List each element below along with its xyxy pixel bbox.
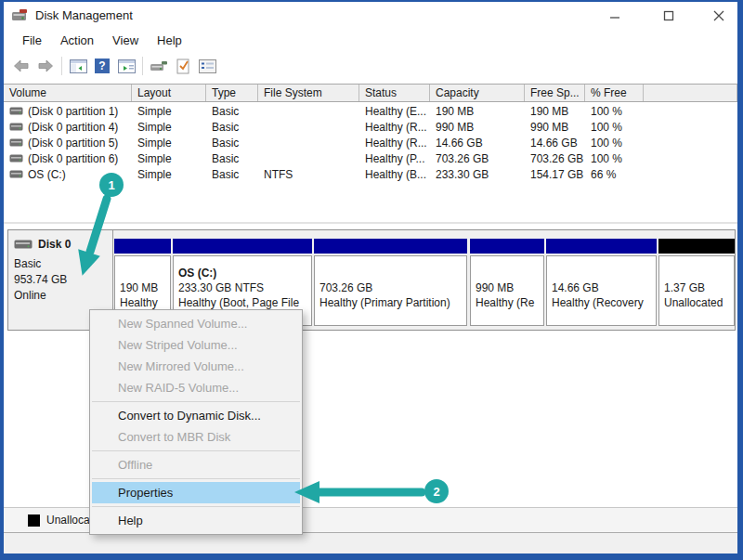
column-volume[interactable]: Volume <box>4 85 132 101</box>
column-free-space[interactable]: Free Sp... <box>525 85 585 101</box>
partition-status: Unallocated <box>664 295 729 310</box>
maximize-button[interactable] <box>653 6 684 26</box>
partition-size: 990 MB <box>476 280 539 295</box>
menu-item-convert-to-dynamic-disk[interactable]: Convert to Dynamic Disk... <box>90 405 302 426</box>
cell-type: Basic <box>206 121 258 134</box>
cell-free-space: 703.26 GB <box>525 152 585 165</box>
cell-volume: (Disk 0 partition 4) <box>28 121 118 134</box>
partition-block-5[interactable]: 14.66 GB Healthy (Recovery <box>546 239 657 328</box>
cell-capacity: 233.30 GB <box>430 168 525 181</box>
toolbar: ? <box>4 52 737 80</box>
close-button[interactable] <box>703 6 735 26</box>
disk-kind: Basic <box>14 257 107 270</box>
menu-bar: File Action View Help <box>4 28 737 52</box>
menu-item-properties[interactable]: Properties <box>92 482 300 503</box>
toolbar-separator <box>142 57 143 75</box>
partition-block-3[interactable]: 703.26 GB Healthy (Primary Partition) <box>314 239 467 328</box>
help-icon[interactable]: ? <box>90 55 114 77</box>
partition-name: OS (C:) <box>178 266 306 280</box>
partition-size: 703.26 GB <box>319 280 462 295</box>
cell-type: Basic <box>206 105 258 118</box>
pane-divider[interactable] <box>4 222 737 224</box>
menu-item-convert-to-mbr-disk: Convert to MBR Disk <box>90 426 302 448</box>
partition-status: Healthy (Re <box>476 295 539 310</box>
cell-type: Basic <box>206 137 258 150</box>
menu-item-new-raid5-volume: New RAID-5 Volume... <box>90 377 302 398</box>
forward-icon[interactable] <box>33 55 58 77</box>
cell-status: Healthy (R... <box>359 137 430 150</box>
disk-size: 953.74 GB <box>14 273 107 286</box>
table-row[interactable]: (Disk 0 partition 5) Simple Basic Health… <box>4 135 737 150</box>
partition-block-unallocated[interactable]: 1.37 GB Unallocated <box>658 239 735 328</box>
console-tree-icon[interactable] <box>66 55 90 77</box>
cell-layout: Simple <box>132 105 206 118</box>
cell-volume: (Disk 0 partition 5) <box>28 137 118 150</box>
volume-icon <box>9 170 23 178</box>
task-list-icon[interactable] <box>195 55 219 77</box>
cell-layout: Simple <box>132 152 206 165</box>
cell-pct-free: 100 % <box>585 137 644 150</box>
cell-capacity: 190 MB <box>430 105 525 118</box>
action-pane-icon[interactable] <box>114 55 138 77</box>
column-file-system[interactable]: File System <box>258 85 359 101</box>
cell-volume: OS (C:) <box>28 168 66 181</box>
menu-item-new-spanned-volume: New Spanned Volume... <box>90 313 302 334</box>
window-title: Disk Management <box>35 8 133 22</box>
step-badge-2: 2 <box>424 479 449 503</box>
window-border-right <box>737 0 743 560</box>
volume-table-header: Volume Layout Type File System Status Ca… <box>4 84 737 102</box>
status-bar <box>4 532 737 553</box>
disk-device-icon[interactable] <box>147 55 171 77</box>
menu-help[interactable]: Help <box>148 30 191 51</box>
partition-block-4[interactable]: 990 MB Healthy (Re <box>470 239 544 328</box>
cell-status: Healthy (E... <box>359 105 430 118</box>
menu-separator <box>92 401 300 402</box>
task-check-icon[interactable] <box>171 55 195 77</box>
column-capacity[interactable]: Capacity <box>430 85 525 101</box>
table-row[interactable]: (Disk 0 partition 4) Simple Basic Health… <box>4 119 737 135</box>
toolbar-separator <box>61 57 62 75</box>
column-layout[interactable]: Layout <box>132 85 206 101</box>
window-border-left <box>0 0 4 560</box>
cell-layout: Simple <box>132 137 206 150</box>
cell-free-space: 14.66 GB <box>525 137 585 150</box>
column-status[interactable]: Status <box>359 85 430 101</box>
partition-status: Healthy (Recovery <box>552 295 651 310</box>
volume-icon <box>9 107 23 115</box>
volume-icon <box>9 138 23 147</box>
menu-item-help[interactable]: Help <box>90 510 302 531</box>
column-type[interactable]: Type <box>206 85 258 101</box>
title-bar: Disk Management <box>4 2 737 28</box>
step-badge-1: 1 <box>99 173 124 197</box>
table-row[interactable]: (Disk 0 partition 1) Simple Basic Health… <box>4 103 737 119</box>
column-pct-free[interactable]: % Free <box>585 85 644 101</box>
cell-volume: (Disk 0 partition 1) <box>28 105 118 118</box>
unallocated-swatch <box>28 514 40 527</box>
partition-bar <box>173 239 312 254</box>
partition-bar <box>114 239 171 254</box>
table-row[interactable]: (Disk 0 partition 6) Simple Basic Health… <box>4 150 737 166</box>
menu-view[interactable]: View <box>103 30 148 51</box>
back-icon[interactable] <box>9 55 33 77</box>
partition-size: 233.30 GB NTFS <box>178 280 306 295</box>
volume-icon <box>9 154 23 163</box>
menu-action[interactable]: Action <box>51 30 103 51</box>
unallocated-bar <box>658 239 735 254</box>
menu-file[interactable]: File <box>13 30 51 51</box>
cell-status: Healthy (B... <box>359 168 430 181</box>
volume-icon <box>9 123 23 131</box>
menu-separator <box>92 478 300 479</box>
cell-free-space: 154.17 GB <box>525 168 585 181</box>
column-filler <box>644 85 737 101</box>
minimize-button[interactable] <box>599 6 631 26</box>
cell-free-space: 990 MB <box>525 121 585 134</box>
partition-status: Healthy (Primary Partition) <box>319 295 462 310</box>
cell-layout: Simple <box>132 121 206 134</box>
window-border-top <box>0 0 743 2</box>
disk-status: Online <box>14 289 107 302</box>
cell-capacity: 990 MB <box>430 121 525 134</box>
disk-management-icon <box>11 8 28 21</box>
cell-type: Basic <box>206 168 258 181</box>
cell-free-space: 190 MB <box>525 105 585 118</box>
cell-capacity: 703.26 GB <box>430 152 525 165</box>
